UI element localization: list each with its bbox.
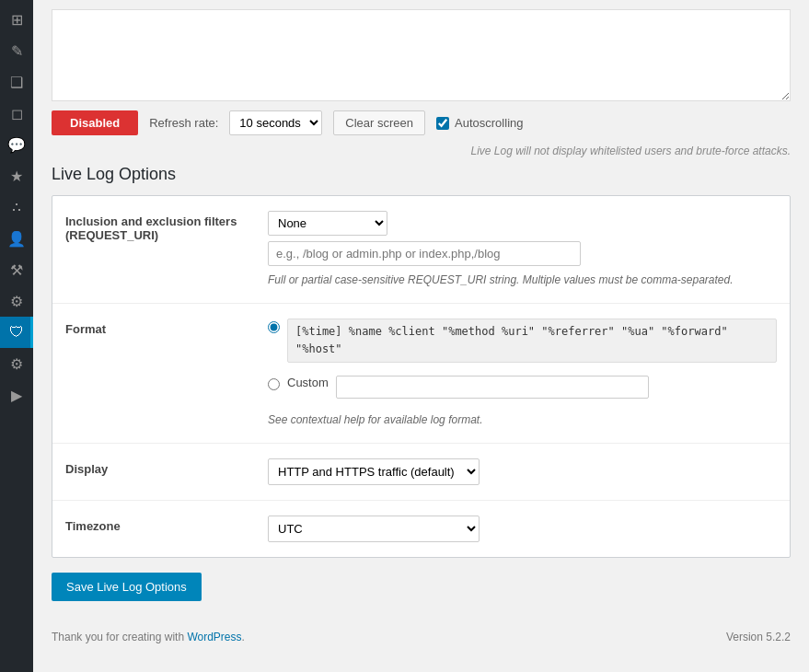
wordpress-link[interactable]: WordPress [187, 631, 241, 643]
footer-text: Thank you for creating with WordPress. [52, 631, 245, 643]
format-custom-radio[interactable] [268, 378, 280, 390]
autoscroll-wrapper: Autoscrolling [436, 116, 523, 130]
format-help-text: See contextual help for available log fo… [268, 411, 777, 428]
sidebar-item-settings[interactable]: ⚙ [0, 285, 33, 317]
save-button[interactable]: Save Live Log Options [52, 573, 202, 601]
autoscroll-checkbox[interactable] [436, 117, 449, 130]
sidebar-item-shield[interactable]: 🛡 [0, 317, 33, 348]
sidebar-item-comments[interactable]: 💬 [0, 129, 33, 160]
format-custom-option: Custom [268, 376, 777, 399]
sidebar-item-pages[interactable]: ◻ [0, 98, 33, 129]
custom-format-input[interactable] [336, 376, 649, 399]
filter-content: None Inclusion Exclusion Full or partial… [268, 211, 777, 288]
sidebar: ⊞ ✎ ❑ ◻ 💬 ★ ⛬ 👤 ⚒ ⚙ 🛡 ⚙ ▶ [0, 0, 33, 672]
refresh-rate-select[interactable]: 5 seconds 10 seconds 30 seconds 1 minute [229, 110, 322, 135]
version-text: Version 5.2.2 [726, 631, 791, 643]
timezone-row: Timezone UTC America/New_York Europe/Lon… [52, 501, 790, 557]
sidebar-item-tools[interactable]: ⚒ [0, 254, 33, 285]
log-output-textarea[interactable] [52, 9, 791, 101]
filter-help-text: Full or partial case-sensitive REQUEST_U… [268, 272, 777, 288]
timezone-label: Timezone [65, 516, 268, 533]
footer: Thank you for creating with WordPress. V… [33, 620, 809, 655]
sidebar-item-appearance[interactable]: ★ [0, 160, 33, 191]
filter-row: Inclusion and exclusion filters (REQUEST… [52, 196, 790, 304]
sidebar-item-plugins[interactable]: ⛬ [0, 191, 33, 223]
sidebar-item-media[interactable]: ❑ [0, 66, 33, 98]
display-row: Display HTTP and HTTPS traffic (default)… [52, 444, 790, 501]
format-default-radio[interactable] [268, 321, 280, 333]
sidebar-item-gear2[interactable]: ⚙ [0, 348, 33, 379]
sidebar-item-edit[interactable]: ✎ [0, 35, 33, 66]
refresh-rate-label: Refresh rate: [149, 116, 218, 130]
sidebar-item-dashboard[interactable]: ⊞ [0, 4, 33, 35]
whitelist-note: Live Log will not display whitelisted us… [33, 145, 809, 165]
controls-bar: Disabled Refresh rate: 5 seconds 10 seco… [33, 101, 809, 145]
format-label: Format [65, 319, 268, 336]
custom-label: Custom [287, 376, 329, 389]
options-table: Inclusion and exclusion filters (REQUEST… [52, 195, 791, 558]
section-title: Live Log Options [52, 165, 791, 184]
timezone-content: UTC America/New_York Europe/London [268, 516, 777, 542]
sidebar-item-play[interactable]: ▶ [0, 379, 33, 411]
main-content: Disabled Refresh rate: 5 seconds 10 seco… [33, 0, 809, 672]
format-default-code: [%time] %name %client "%method %uri" "%r… [287, 319, 777, 363]
autoscroll-label: Autoscrolling [455, 116, 523, 130]
display-content: HTTP and HTTPS traffic (default) HTTP on… [268, 458, 777, 485]
filter-select[interactable]: None Inclusion Exclusion [268, 211, 387, 236]
disabled-button[interactable]: Disabled [52, 110, 138, 135]
display-select[interactable]: HTTP and HTTPS traffic (default) HTTP on… [268, 458, 480, 485]
filter-input[interactable] [268, 241, 581, 266]
format-row: Format [%time] %name %client "%method %u… [52, 304, 790, 444]
filter-label: Inclusion and exclusion filters (REQUEST… [65, 211, 268, 242]
live-log-options: Live Log Options Inclusion and exclusion… [33, 165, 809, 620]
timezone-select[interactable]: UTC America/New_York Europe/London [268, 516, 480, 542]
display-label: Display [65, 458, 268, 476]
clear-screen-button[interactable]: Clear screen [333, 110, 425, 135]
sidebar-item-users[interactable]: 👤 [0, 223, 33, 254]
format-default-option: [%time] %name %client "%method %uri" "%r… [268, 319, 777, 363]
format-content: [%time] %name %client "%method %uri" "%r… [268, 319, 777, 428]
